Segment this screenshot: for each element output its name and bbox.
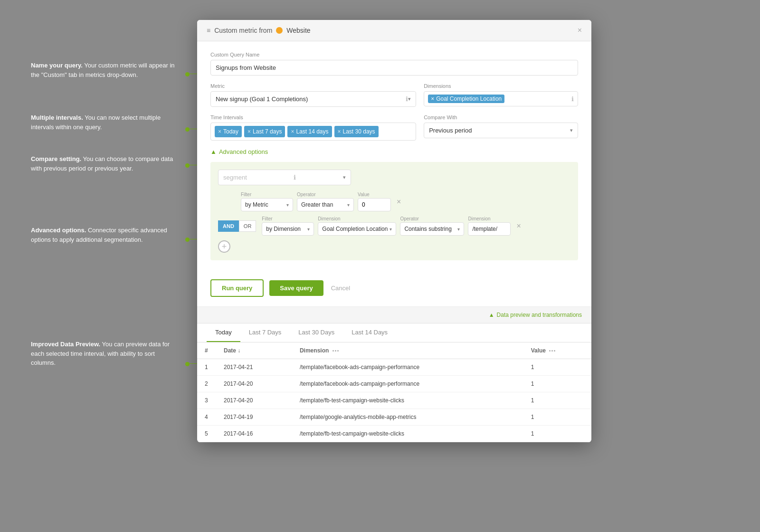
annotation-bold-3: Compare setting. bbox=[31, 155, 81, 162]
annotation-dot-5 bbox=[185, 362, 190, 366]
filter2-operator-value: Contains substring bbox=[404, 226, 451, 232]
annotation-name-query: Name your query. Your custom metric will… bbox=[31, 61, 183, 79]
segment-info-icon[interactable]: ℹ bbox=[294, 174, 296, 181]
query-name-group: Custom Query Name bbox=[210, 52, 578, 76]
cancel-button[interactable]: Cancel bbox=[329, 280, 352, 296]
preview-tabs: Today Last 7 Days Last 30 Days Last 14 D… bbox=[197, 323, 591, 342]
annotation-advanced: Advanced options. Connector specific adv… bbox=[31, 226, 178, 244]
cell-dimension: /template/fb-test-campaign-website-click… bbox=[292, 426, 523, 442]
annotation-compare: Compare setting. You can choose to compa… bbox=[31, 154, 178, 173]
dimensions-info-icon[interactable]: ℹ bbox=[571, 95, 574, 103]
compare-select[interactable]: Previous period ▾ bbox=[424, 123, 578, 138]
col-header-dimension[interactable]: Dimension bbox=[292, 342, 523, 359]
filter1-value-input[interactable] bbox=[358, 198, 391, 211]
time-intervals-group: Time Intervals × Today × Last 7 days × L bbox=[210, 114, 416, 141]
dimension-col-options[interactable] bbox=[332, 350, 339, 352]
table-row: 3 2017-04-20 /template/fb-test-campaign-… bbox=[197, 392, 591, 409]
col-header-value[interactable]: Value bbox=[523, 342, 591, 359]
interval-7days-remove[interactable]: × bbox=[247, 128, 251, 135]
metric-group: Metric New signup (Goal 1 Completions) ℹ… bbox=[210, 83, 416, 107]
modal-close-button[interactable]: × bbox=[578, 27, 582, 34]
filter2-operator-label: Operator bbox=[400, 216, 464, 221]
preview-toggle[interactable]: ▲ Data preview and transformations bbox=[197, 307, 591, 323]
or-button[interactable]: OR bbox=[239, 220, 256, 232]
cell-date: 2017-04-16 bbox=[216, 426, 292, 442]
annotation-multiple-intervals: Multiple intervals. You can now select m… bbox=[31, 113, 183, 132]
compare-group: Compare With Previous period ▾ bbox=[424, 114, 578, 138]
save-query-button[interactable]: Save query bbox=[269, 280, 323, 296]
table-row: 1 2017-04-21 /template/facebook-ads-camp… bbox=[197, 359, 591, 376]
time-intervals-label: Time Intervals bbox=[210, 114, 416, 120]
interval-today-remove[interactable]: × bbox=[218, 128, 221, 135]
cell-date: 2017-04-20 bbox=[216, 376, 292, 392]
value-col-options[interactable] bbox=[549, 350, 555, 352]
cell-value: 1 bbox=[523, 392, 591, 409]
interval-30days-remove[interactable]: × bbox=[338, 128, 341, 135]
col-header-date[interactable]: Date ↓ bbox=[216, 342, 292, 359]
query-name-input[interactable] bbox=[210, 60, 578, 76]
interval-14days-remove[interactable]: × bbox=[291, 128, 294, 135]
time-intervals-container[interactable]: × Today × Last 7 days × Last 14 days × bbox=[210, 123, 416, 141]
dimension-tag-remove[interactable]: × bbox=[431, 95, 434, 102]
interval-today[interactable]: × Today bbox=[215, 126, 242, 137]
filter1-filter-label: Filter bbox=[241, 192, 293, 197]
filter2-dimval-input[interactable]: /template/ bbox=[468, 222, 511, 236]
preview-tab-7days[interactable]: Last 7 Days bbox=[240, 323, 290, 342]
filter2-filter-select[interactable]: by Dimension ▾ bbox=[262, 222, 314, 236]
filter2-dimension-select[interactable]: Goal Completion Location ▾ bbox=[318, 222, 396, 236]
and-button[interactable]: AND bbox=[218, 220, 239, 232]
source-dot bbox=[276, 27, 283, 34]
annotation-dot-3 bbox=[185, 163, 190, 168]
filter1-filter-chevron: ▾ bbox=[286, 202, 289, 208]
filter2-dimval-label: Dimension bbox=[468, 216, 511, 221]
filter2-operator-select[interactable]: Contains substring ▾ bbox=[400, 222, 464, 236]
filter1-filter-group: Filter by Metric ▾ bbox=[241, 192, 293, 211]
interval-14days-label: Last 14 days bbox=[296, 128, 328, 135]
preview-tab-today[interactable]: Today bbox=[207, 323, 240, 342]
modal-header-prefix: Custom metric from bbox=[214, 27, 272, 34]
run-query-button[interactable]: Run query bbox=[210, 279, 264, 297]
interval-7days[interactable]: × Last 7 days bbox=[244, 126, 285, 137]
metric-select[interactable]: New signup (Goal 1 Completions) ℹ ▾ bbox=[210, 91, 416, 107]
interval-14days[interactable]: × Last 14 days bbox=[287, 126, 332, 137]
interval-7days-label: Last 7 days bbox=[253, 128, 282, 135]
filter2-filter-label: Filter bbox=[262, 216, 314, 221]
table-header-row: # Date ↓ Dimension Value bbox=[197, 342, 591, 359]
filter1-remove-button[interactable]: × bbox=[395, 198, 403, 206]
dimensions-container[interactable]: × Goal Completion Location ℹ bbox=[424, 91, 578, 106]
metric-chevron-icon: ▾ bbox=[408, 96, 411, 102]
cell-date: 2017-04-19 bbox=[216, 409, 292, 426]
modal-header-left: ≡ Custom metric from Website bbox=[207, 27, 311, 34]
dimensions-group: Dimensions × Goal Completion Location ℹ bbox=[424, 83, 578, 106]
interval-30days[interactable]: × Last 30 days bbox=[334, 126, 379, 137]
compare-label: Compare With bbox=[424, 114, 578, 120]
filter1-value-label: Value bbox=[358, 192, 391, 197]
segment-select[interactable]: segment ℹ ▾ bbox=[218, 170, 351, 185]
preview-tab-30days[interactable]: Last 30 Days bbox=[290, 323, 343, 342]
dimension-tag[interactable]: × Goal Completion Location bbox=[428, 95, 504, 103]
logic-buttons: AND OR bbox=[218, 220, 256, 232]
compare-value: Previous period bbox=[429, 127, 472, 134]
filter1-filter-select[interactable]: by Metric ▾ bbox=[241, 198, 293, 211]
add-filter-button[interactable]: + bbox=[218, 240, 230, 253]
filter1-operator-select[interactable]: Greater than ▾ bbox=[297, 198, 354, 211]
filter2-operator-group: Operator Contains substring ▾ bbox=[400, 216, 464, 236]
preview-toggle-chevron: ▲ bbox=[489, 312, 494, 318]
modal-source-name: Website bbox=[286, 27, 310, 34]
modal-body: Custom Query Name Metric New signup (Goa… bbox=[197, 41, 591, 279]
advanced-panel: segment ℹ ▾ Filter by Metric ▾ bbox=[210, 162, 578, 260]
advanced-options-toggle[interactable]: ▲ Advanced options bbox=[210, 148, 578, 155]
cell-dimension: /template/facebook-ads-campaign-performa… bbox=[292, 359, 523, 376]
filter2-remove-button[interactable]: × bbox=[514, 222, 522, 230]
filter2-dimval-value: /template/ bbox=[472, 226, 497, 232]
filter-row-1: Filter by Metric ▾ Operator Greater than… bbox=[218, 192, 570, 211]
cell-dimension: /template/fb-test-campaign-website-click… bbox=[292, 392, 523, 409]
preview-tab-14days[interactable]: Last 14 Days bbox=[343, 323, 396, 342]
cell-num: 2 bbox=[197, 376, 216, 392]
cell-dimension: /template/facebook-ads-campaign-performa… bbox=[292, 376, 523, 392]
col-header-num: # bbox=[197, 342, 216, 359]
annotation-bold-1: Name your query. bbox=[31, 62, 83, 69]
filter1-operator-value: Greater than bbox=[301, 201, 333, 208]
metric-label: Metric bbox=[210, 83, 416, 89]
filter2-filter-group: Filter by Dimension ▾ bbox=[262, 216, 314, 236]
